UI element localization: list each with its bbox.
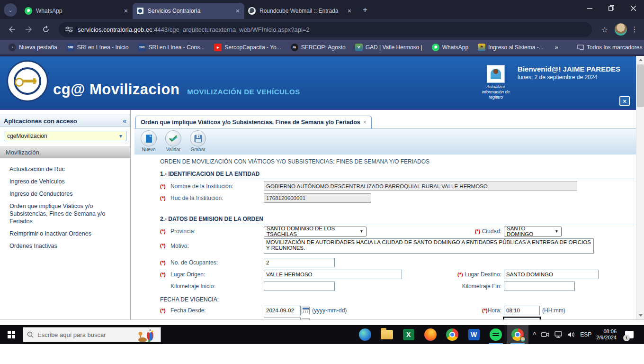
bookmark-sri-consultas[interactable]: SRI SRI en Línea - Cons...	[134, 42, 208, 53]
bookmark-nueva-pestana[interactable]: ◔ Nueva pestaña	[5, 42, 61, 53]
tab-close-icon[interactable]: ×	[347, 7, 352, 15]
taskbar-search-box[interactable]: Escribe aquí para buscar	[23, 327, 161, 342]
network-icon[interactable]	[554, 331, 563, 338]
tab-whatsapp[interactable]: WhatsApp ×	[21, 3, 133, 19]
start-button[interactable]	[0, 325, 23, 344]
bookmark-ingreso-sistema[interactable]: ⚑ Ingreso al Sistema -...	[474, 42, 547, 53]
restore-button[interactable]	[600, 0, 622, 16]
browser-toolbar: servicios.contraloria.gob.ec:4443/cge_ar…	[0, 19, 644, 40]
app-title: cg@ Movilizacion	[53, 81, 179, 98]
calendar-icon[interactable]	[302, 307, 310, 314]
validate-check-icon	[169, 135, 178, 142]
sidebar-title: Aplicaciones con acceso	[4, 118, 77, 125]
taskbar-chrome-button[interactable]	[441, 325, 463, 344]
minimize-button[interactable]	[579, 0, 600, 16]
date-format-hint: (yyyy-mm-dd)	[312, 319, 347, 319]
nuevo-button[interactable]: Nuevo	[138, 130, 159, 155]
bookmark-sercopcapacita[interactable]: ▶ SercopCapacita - Yo...	[210, 42, 285, 53]
tab-servicios-contraloria[interactable]: Servicios Contraloría ×	[133, 3, 244, 19]
scrollbar-thumb[interactable]	[637, 64, 644, 107]
hora-hasta-field[interactable]	[504, 318, 540, 319]
sidebar-item-ordenes-inactivas[interactable]: Ordenes Inactivas	[0, 240, 130, 252]
lugar-destino-field[interactable]	[504, 270, 599, 279]
ciudad-select[interactable]: SANTO DOMINGO ▼	[504, 227, 562, 237]
search-highlight-parrot-image	[138, 327, 157, 342]
provincia-select[interactable]: SANTO DOMINGO DE LOS TSACHILAS ▼	[264, 227, 367, 237]
taskbar-firefox-button[interactable]	[420, 325, 441, 344]
sidebar-item-orden-viaticos[interactable]: Orden que implique Viáticos y/o Subsiste…	[0, 200, 130, 228]
validar-button[interactable]: Validar	[163, 130, 184, 155]
volume-icon[interactable]	[567, 331, 575, 338]
scroll-up-icon[interactable]	[636, 56, 644, 64]
notification-center-button[interactable]: 1	[622, 328, 636, 342]
bookmark-sri-inicio[interactable]: SRI SRI en Línea - Inicio	[63, 42, 133, 53]
bookmarks-bar: ◔ Nueva pestaña SRI SRI en Línea - Inici…	[0, 40, 644, 55]
bookmark-star-button[interactable]: ☆	[598, 22, 612, 36]
bookmarks-overflow-button[interactable]: »	[551, 42, 562, 52]
clock[interactable]: 08:06 2/9/2024	[596, 328, 617, 341]
motivo-field[interactable]: MOVILIZACIÓN DE AUTORIDADES HACIA LA CIU…	[264, 238, 594, 254]
browser-profile-avatar[interactable]	[615, 23, 627, 36]
taskbar-word-button[interactable]: W	[463, 325, 485, 344]
taskbar-chrome-active-button[interactable]	[507, 325, 528, 344]
search-placeholder: Escribe aquí para buscar	[37, 331, 134, 338]
lugar-origen-field[interactable]	[264, 270, 402, 279]
ruc-institucion-label: Ruc de la Institución:	[170, 195, 264, 201]
taskbar-spotify-button[interactable]	[485, 325, 507, 344]
document-tab[interactable]: Orden que implique Viáticos y/o Subsiste…	[135, 116, 372, 128]
address-bar[interactable]: servicios.contraloria.gob.ec:4443/cge_ar…	[59, 22, 592, 37]
tab-close-icon[interactable]: ×	[123, 7, 129, 15]
tray-expand-icon[interactable]: ^	[533, 331, 537, 338]
hora-desde-field[interactable]	[504, 306, 540, 315]
bookmark-whatsapp[interactable]: WhatsApp	[428, 42, 472, 53]
running-indicator	[489, 343, 503, 344]
taskbar-edge-button[interactable]	[354, 325, 376, 344]
tab-close-icon[interactable]: ×	[235, 7, 241, 15]
session-close-button[interactable]: ×	[619, 96, 630, 106]
bookmark-sercop-agosto[interactable]: m SERCOP: Agosto	[287, 42, 349, 53]
collapse-sidebar-icon[interactable]: «	[123, 117, 126, 125]
sidebar-item-ingreso-vehiculos[interactable]: Ingreso de Vehículos	[0, 175, 130, 188]
taskbar-excel-button[interactable]: X	[398, 325, 420, 344]
sidebar-item-ingreso-conductores[interactable]: Ingreso de Conductores	[0, 188, 130, 200]
grabar-button[interactable]: Grabar	[188, 130, 208, 155]
new-tab-button[interactable]: +	[359, 4, 371, 16]
meet-now-icon[interactable]	[541, 331, 549, 338]
close-button[interactable]	[622, 0, 644, 16]
search-icon	[27, 331, 34, 338]
application-select[interactable]: cgeMovilizacion ▼	[4, 131, 126, 141]
url-text[interactable]: servicios.contraloria.gob.ec:4443/cge_ar…	[78, 25, 310, 34]
back-button[interactable]	[5, 22, 19, 36]
tab-roundcube[interactable]: Roundcube Webmail :: Entrada ×	[244, 3, 356, 19]
scroll-down-icon[interactable]	[636, 311, 644, 319]
section-divider	[160, 224, 635, 224]
sidebar-section-label: Movilización	[6, 149, 39, 156]
calendar-icon[interactable]	[302, 318, 310, 319]
sidebar-item-actualizacion-ruc[interactable]: Actualización de Ruc	[0, 163, 130, 175]
fecha-hasta-field[interactable]	[264, 318, 301, 319]
site-info-icon[interactable]	[65, 26, 73, 33]
avatar-caption[interactable]: Actualizar información de registro	[481, 84, 511, 100]
fecha-desde-field[interactable]	[264, 306, 301, 315]
document-tab-close-icon[interactable]: ×	[363, 119, 367, 126]
taskbar-explorer-button[interactable]	[376, 325, 398, 344]
update-registration-link[interactable]: Actualizar información de registro	[481, 65, 511, 100]
bookmark-gad-valle-hermoso[interactable]: V GAD | Valle Hermoso |	[351, 42, 426, 53]
tab-search-button[interactable]: ⌄	[4, 3, 17, 17]
bookmark-label: WhatsApp	[442, 44, 468, 51]
system-tray: ^ ESP 08:06 2/9/2024 1	[528, 325, 644, 344]
forward-button[interactable]	[22, 22, 36, 36]
back-icon	[8, 26, 16, 33]
reload-button[interactable]	[39, 22, 53, 36]
ocupantes-field[interactable]	[264, 258, 335, 267]
sidebar-item-reimprimir-inactivar[interactable]: Reimprimir o Inactivar Ordenes	[0, 228, 130, 240]
browser-menu-button[interactable]: ⋮	[630, 25, 639, 34]
kilometraje-fin-field[interactable]	[504, 282, 575, 291]
nuevo-label: Nuevo	[142, 147, 156, 152]
kilometraje-inicio-field[interactable]	[264, 282, 335, 291]
page-scrollbar[interactable]	[636, 56, 644, 319]
user-avatar-icon[interactable]	[487, 65, 505, 83]
bookmark-label: SRI en Línea - Cons...	[148, 44, 205, 51]
all-bookmarks-button[interactable]: Todos los marcadores	[573, 43, 644, 52]
language-indicator[interactable]: ESP	[580, 331, 591, 338]
